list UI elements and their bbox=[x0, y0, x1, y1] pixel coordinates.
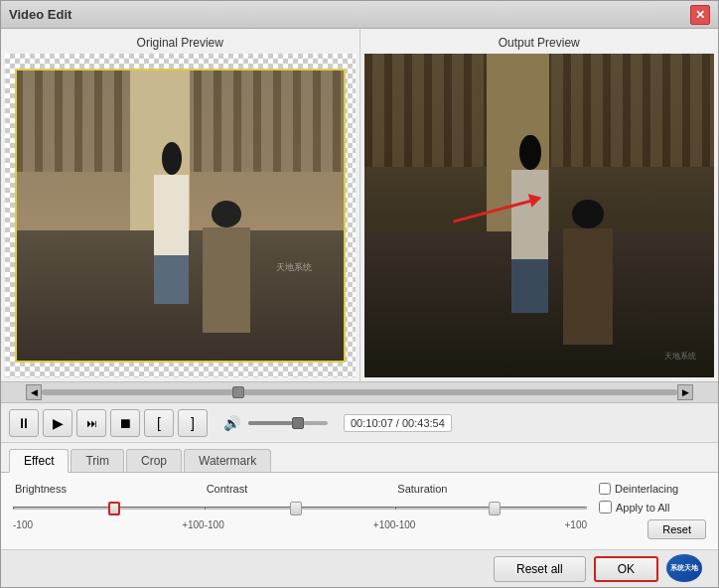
sliders-row: Brightness -100 +100 Contrast bbox=[13, 483, 706, 539]
saturation-track[interactable] bbox=[395, 507, 587, 510]
deinterlacing-row: Deinterlacing bbox=[599, 483, 678, 495]
tabs-row: Effect Trim Crop Watermark bbox=[1, 443, 718, 473]
right-controls: Deinterlacing Apply to All Reset bbox=[587, 483, 706, 539]
tab-trim[interactable]: Trim bbox=[71, 449, 124, 472]
time-display: 00:10:07 / 00:43:54 bbox=[344, 414, 452, 432]
apply-to-all-checkbox[interactable] bbox=[599, 501, 612, 514]
tab-effect[interactable]: Effect bbox=[9, 449, 69, 473]
reset-button[interactable]: Reset bbox=[647, 519, 706, 539]
video-edit-window: Video Edit ✕ Original Preview bbox=[0, 0, 719, 588]
volume-thumb[interactable] bbox=[292, 417, 304, 429]
brightness-min: -100 bbox=[13, 519, 33, 530]
window-title: Video Edit bbox=[9, 7, 690, 22]
logo: 系统天地 bbox=[666, 554, 702, 582]
saturation-range: -100 +100 bbox=[395, 519, 587, 530]
saturation-thumb[interactable] bbox=[489, 502, 501, 515]
watermark: 天地系统 bbox=[276, 261, 312, 274]
deinterlacing-label: Deinterlacing bbox=[615, 483, 678, 495]
saturation-max: +100 bbox=[564, 519, 587, 530]
logo-area: 系统天地 bbox=[666, 554, 706, 584]
timeline-track[interactable] bbox=[42, 389, 677, 395]
brightness-group: Brightness -100 +100 bbox=[13, 483, 205, 530]
pause-button[interactable]: ⏸ bbox=[9, 409, 39, 437]
original-preview-frame: 天地系统 bbox=[5, 54, 356, 377]
brightness-slider-container bbox=[13, 498, 205, 517]
brightness-label: Brightness bbox=[13, 483, 67, 495]
effect-panel: Brightness -100 +100 Contrast bbox=[1, 473, 718, 549]
original-preview-panel: Original Preview bbox=[1, 29, 360, 381]
output-video-content: 天地系统 bbox=[364, 54, 715, 377]
play-button[interactable]: ▶ bbox=[43, 409, 72, 437]
contrast-group: Contrast -100 +100 bbox=[205, 483, 396, 530]
reset-all-button[interactable]: Reset all bbox=[494, 556, 586, 582]
timeline-left-btn[interactable]: ◀ bbox=[26, 384, 42, 400]
brightness-max: +100 bbox=[182, 519, 205, 530]
figure-main bbox=[147, 142, 197, 304]
contrast-min: -100 bbox=[205, 519, 224, 530]
stop-button[interactable]: ⏹ bbox=[110, 409, 140, 437]
next-frame-button[interactable]: ⏭ bbox=[76, 409, 106, 437]
bottom-bar: Reset all OK 系统天地 bbox=[1, 549, 718, 587]
output-preview-label: Output Preview bbox=[364, 33, 715, 54]
brightness-thumb[interactable] bbox=[108, 502, 120, 515]
apply-to-all-label: Apply to All bbox=[616, 502, 669, 514]
original-preview-label: Original Preview bbox=[5, 33, 356, 54]
timeline-thumb[interactable] bbox=[232, 386, 244, 398]
output-preview-panel: Output Preview bbox=[360, 29, 719, 381]
contrast-slider-container bbox=[205, 498, 396, 517]
tab-crop[interactable]: Crop bbox=[126, 449, 182, 472]
contrast-range: -100 +100 bbox=[205, 519, 396, 530]
figure-pants bbox=[154, 255, 189, 304]
figure-head bbox=[162, 142, 182, 175]
contrast-max: +100 bbox=[373, 519, 396, 530]
brightness-track[interactable] bbox=[13, 507, 205, 510]
output-preview-frame: 天地系统 bbox=[364, 54, 715, 377]
ok-button[interactable]: OK bbox=[594, 556, 658, 582]
output-watermark: 天地系统 bbox=[664, 351, 696, 362]
volume-track[interactable] bbox=[248, 421, 328, 425]
close-button[interactable]: ✕ bbox=[690, 5, 710, 25]
saturation-label: Saturation bbox=[395, 483, 447, 495]
figure-body bbox=[154, 175, 189, 255]
saturation-slider-container bbox=[395, 498, 587, 517]
controls-row: ⏸ ▶ ⏭ ⏹ [ ] 🔊 00:10:07 / 00:43:54 bbox=[1, 403, 718, 443]
timeline-right-btn[interactable]: ▶ bbox=[677, 384, 693, 400]
title-bar: Video Edit ✕ bbox=[1, 1, 718, 29]
contrast-track[interactable] bbox=[205, 507, 396, 510]
preview-section: Original Preview bbox=[1, 29, 718, 381]
original-video-content: 天地系统 bbox=[15, 69, 346, 363]
brightness-range: -100 +100 bbox=[13, 519, 205, 530]
mark-in-button[interactable]: [ bbox=[144, 409, 174, 437]
volume-icon: 🔊 bbox=[223, 415, 240, 431]
contrast-thumb[interactable] bbox=[290, 502, 302, 515]
figure-secondary bbox=[197, 201, 256, 333]
apply-to-all-row: Apply to All bbox=[599, 501, 669, 514]
saturation-group: Saturation -100 +100 bbox=[395, 483, 587, 530]
volume-fill bbox=[248, 421, 292, 425]
deinterlacing-checkbox[interactable] bbox=[599, 483, 611, 495]
tab-watermark[interactable]: Watermark bbox=[184, 449, 271, 472]
contrast-label: Contrast bbox=[205, 483, 248, 495]
timeline-bar: ◀ ▶ bbox=[1, 381, 718, 403]
saturation-min: -100 bbox=[395, 519, 415, 530]
mark-out-button[interactable]: ] bbox=[178, 409, 208, 437]
